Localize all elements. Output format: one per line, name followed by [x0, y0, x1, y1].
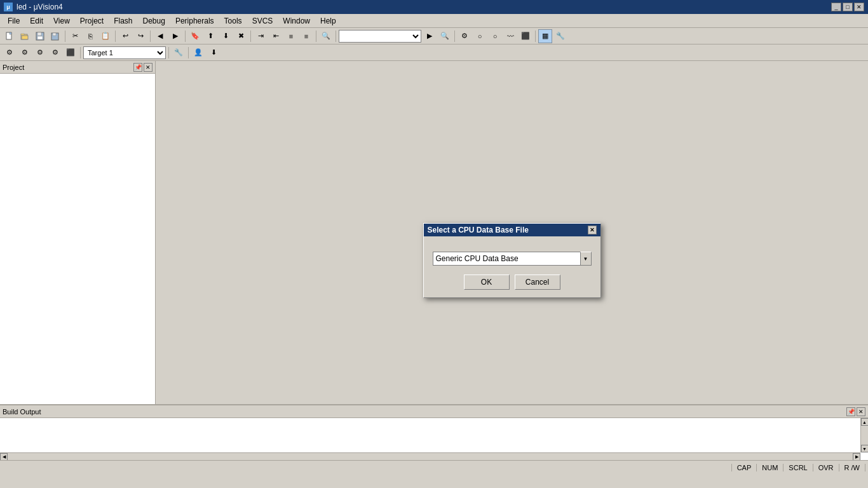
source-browse-button[interactable]: ▶	[423, 29, 437, 43]
dialog-close-button[interactable]: ✕	[588, 226, 597, 234]
status-bar: CAP NUM SCRL OVR R /W	[0, 460, 868, 474]
nav-forward-button[interactable]: ▶	[168, 29, 182, 43]
dialog-select-arrow[interactable]: ▼	[580, 252, 592, 266]
vertical-scrollbar[interactable]: ▲ ▼	[860, 418, 868, 452]
stop-build-button[interactable]: ⬛	[64, 46, 78, 60]
title-bar-controls: _ □ ✕	[831, 3, 864, 11]
menu-help[interactable]: Help	[315, 15, 341, 27]
horizontal-scrollbar[interactable]: ◀ ▶	[0, 452, 860, 460]
svg-rect-2	[21, 34, 24, 35]
project-panel-header: Project 📌 ✕	[0, 61, 155, 74]
svg-rect-6	[37, 36, 43, 39]
cut-button[interactable]: ✂	[68, 29, 82, 43]
undo-button[interactable]: ↩	[118, 29, 132, 43]
build-inc-button[interactable]: ⚙	[18, 46, 32, 60]
build-output-title: Build Output	[3, 408, 41, 416]
title-bar-text: led - μVision4	[17, 3, 63, 11]
dialog-cpu-select[interactable]: Generic CPU Data Base	[433, 252, 580, 266]
menu-svcs[interactable]: SVCS	[247, 15, 278, 27]
circle-button[interactable]: ○	[488, 29, 502, 43]
menu-tools[interactable]: Tools	[219, 15, 247, 27]
panel-pin-button[interactable]: 📌	[133, 63, 142, 72]
separator-t2-1	[80, 47, 81, 58]
svg-rect-3	[22, 36, 28, 39]
copy-button[interactable]: ⎘	[83, 29, 97, 43]
bookmark-button[interactable]: 🔖	[188, 29, 202, 43]
view-toggle-button[interactable]: ▦	[538, 29, 552, 43]
find-symbol-button[interactable]: 🔍	[438, 29, 452, 43]
menu-debug[interactable]: Debug	[138, 15, 170, 27]
indent-inc-button[interactable]: ≡	[284, 29, 298, 43]
project-panel-title: Project	[3, 64, 24, 71]
bookmark-next-button[interactable]: ⬇	[219, 29, 233, 43]
build-target-button[interactable]: ⚙	[3, 46, 17, 60]
separator-3	[150, 30, 151, 42]
setup-button[interactable]: 🔧	[553, 29, 567, 43]
new-button[interactable]	[3, 29, 17, 43]
dialog-title: Select a CPU Data Base File	[428, 226, 529, 234]
maximize-button[interactable]: □	[843, 3, 853, 11]
bookmark-clear-button[interactable]: ✖	[234, 29, 248, 43]
scroll-up-button[interactable]: ▲	[861, 418, 869, 426]
title-bar: μ led - μVision4 _ □ ✕	[0, 0, 868, 14]
menu-peripherals[interactable]: Peripherals	[170, 15, 219, 27]
open-button[interactable]	[18, 29, 32, 43]
build-output-close-button[interactable]: ✕	[857, 407, 865, 416]
indent-button[interactable]: ⇥	[254, 29, 268, 43]
indent-dec-button[interactable]: ≡	[299, 29, 313, 43]
panel-close-button[interactable]: ✕	[144, 63, 153, 72]
wave-button[interactable]: 〰	[503, 29, 517, 43]
status-num: NUM	[756, 464, 783, 471]
minimize-button[interactable]: _	[831, 3, 841, 11]
manage-button[interactable]: 👤	[191, 46, 205, 60]
main-area: Project 📌 ✕ Build Output 📌 ✕ ◀ ▶ ▲	[0, 61, 868, 474]
status-scrl: SCRL	[783, 464, 812, 471]
separator-8	[454, 30, 455, 42]
separator-2	[115, 30, 116, 42]
separator-1	[65, 30, 65, 42]
find-button[interactable]: 🔍	[319, 29, 333, 43]
menu-flash[interactable]: Flash	[109, 15, 137, 27]
build-output-pin-button[interactable]: 📌	[846, 407, 855, 416]
menu-file[interactable]: File	[3, 15, 25, 27]
panel-header-controls: 📌 ✕	[133, 63, 153, 72]
menu-view[interactable]: View	[48, 15, 75, 27]
dialog-buttons: OK Cancel	[433, 274, 592, 290]
scroll-right-button[interactable]: ▶	[853, 453, 860, 461]
source-dropdown[interactable]	[339, 30, 421, 43]
build-button[interactable]: ⚙	[458, 29, 471, 43]
build-all-button[interactable]: ⚙	[33, 46, 47, 60]
title-bar-left: μ led - μVision4	[4, 3, 63, 11]
dialog-ok-button[interactable]: OK	[464, 274, 510, 290]
menu-window[interactable]: Window	[278, 15, 315, 27]
menu-bar: File Edit View Project Flash Debug Perip…	[0, 14, 868, 28]
paste-button[interactable]: 📋	[98, 29, 112, 43]
build-batch-button[interactable]: ⚙	[48, 46, 62, 60]
bookmark-prev-button[interactable]: ⬆	[203, 29, 217, 43]
target-dropdown[interactable]: Target 1	[83, 46, 166, 59]
scroll-left-button[interactable]: ◀	[0, 453, 8, 461]
separator-5	[250, 30, 251, 42]
dialog-cancel-button[interactable]: Cancel	[515, 274, 560, 290]
nav-back-button[interactable]: ◀	[153, 29, 167, 43]
project-tree	[0, 74, 155, 404]
status-rw: R /W	[839, 464, 865, 471]
download-button[interactable]: ⬇	[207, 46, 220, 60]
status-ovr: OVR	[813, 464, 839, 471]
save-button[interactable]	[33, 29, 47, 43]
toolbar-1: ✂ ⎘ 📋 ↩ ↪ ◀ ▶ 🔖 ⬆ ⬇ ✖ ⇥ ⇤ ≡ ≡ 🔍 ▶ 🔍 ⚙ ○ …	[0, 28, 868, 44]
toolbar-2: ⚙ ⚙ ⚙ ⚙ ⬛ Target 1 🔧 👤 ⬇	[0, 44, 868, 61]
target-options-button[interactable]: 🔧	[172, 46, 186, 60]
save-all-button[interactable]	[48, 29, 62, 43]
search-button[interactable]: ○	[473, 29, 487, 43]
close-button[interactable]: ✕	[854, 3, 864, 11]
redo-button[interactable]: ↪	[133, 29, 147, 43]
outdent-button[interactable]: ⇤	[269, 29, 283, 43]
stop-button[interactable]: ⬛	[519, 29, 532, 43]
menu-edit[interactable]: Edit	[25, 15, 48, 27]
menu-project[interactable]: Project	[75, 15, 109, 27]
scroll-down-button[interactable]: ▼	[861, 445, 869, 452]
status-bar-right: CAP NUM SCRL OVR R /W	[731, 464, 865, 471]
separator-t2-3	[188, 47, 189, 58]
svg-rect-8	[53, 33, 56, 36]
